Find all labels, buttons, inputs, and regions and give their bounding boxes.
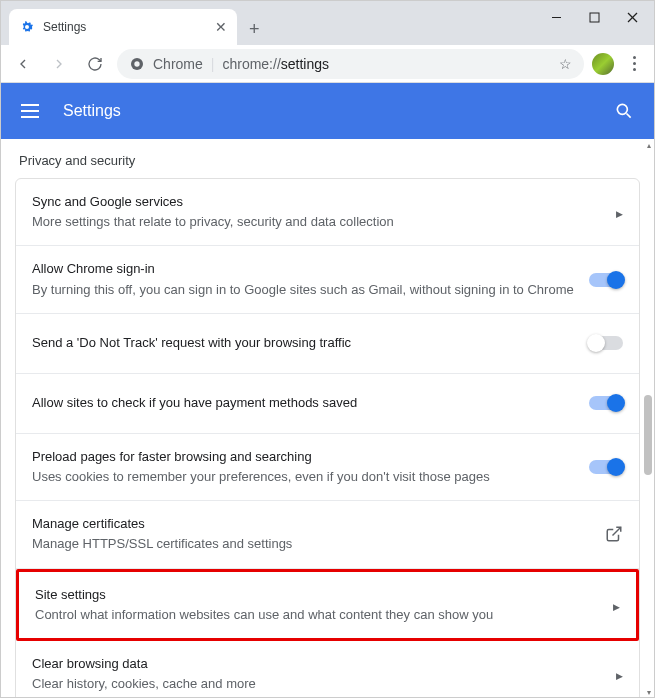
profile-avatar[interactable] (592, 53, 614, 75)
close-tab-icon[interactable]: ✕ (215, 19, 227, 35)
row-subtitle: Manage HTTPS/SSL certificates and settin… (32, 535, 593, 553)
scroll-up-arrow[interactable]: ▴ (647, 141, 651, 150)
setting-row[interactable]: Allow Chrome sign-inBy turning this off,… (16, 246, 639, 313)
omnibox-protocol-label: Chrome (153, 56, 203, 72)
minimize-button[interactable] (538, 3, 574, 31)
browser-tab[interactable]: Settings ✕ (9, 9, 237, 45)
scroll-down-arrow[interactable]: ▾ (647, 688, 651, 697)
scrollbar-thumb[interactable] (644, 395, 652, 475)
row-title: Manage certificates (32, 515, 593, 533)
bookmark-star-icon[interactable]: ☆ (559, 56, 572, 72)
chevron-right-icon: ▶ (616, 209, 623, 219)
setting-row[interactable]: Send a 'Do Not Track' request with your … (16, 314, 639, 374)
settings-appbar: Settings (1, 83, 654, 139)
row-subtitle: More settings that relate to privacy, se… (32, 213, 604, 231)
tab-title: Settings (43, 20, 207, 34)
row-subtitle: Uses cookies to remember your preference… (32, 468, 577, 486)
browser-titlebar: Settings ✕ + (1, 1, 654, 45)
row-title: Site settings (35, 586, 601, 604)
page-title: Settings (63, 102, 614, 120)
chrome-icon (129, 56, 145, 72)
close-window-button[interactable] (614, 3, 650, 31)
reload-button[interactable] (81, 50, 109, 78)
setting-row[interactable]: Clear browsing dataClear history, cookie… (16, 641, 639, 698)
settings-list: Sync and Google servicesMore settings th… (15, 178, 640, 698)
new-tab-button[interactable]: + (249, 19, 260, 40)
row-title: Send a 'Do Not Track' request with your … (32, 334, 577, 352)
toggle-switch[interactable] (589, 336, 623, 350)
gear-icon (19, 19, 35, 35)
browser-menu-button[interactable] (622, 56, 646, 71)
svg-point-6 (617, 104, 627, 114)
address-bar: Chrome | chrome://settings ☆ (1, 45, 654, 83)
row-subtitle: By turning this off, you can sign in to … (32, 281, 577, 299)
row-title: Preload pages for faster browsing and se… (32, 448, 577, 466)
row-title: Clear browsing data (32, 655, 604, 673)
setting-row[interactable]: Site settingsControl what information we… (16, 569, 639, 641)
omnibox[interactable]: Chrome | chrome://settings ☆ (117, 49, 584, 79)
row-subtitle: Clear history, cookies, cache and more (32, 675, 604, 693)
omnibox-url: chrome://settings (222, 56, 329, 72)
svg-rect-1 (590, 13, 599, 22)
svg-line-7 (627, 114, 631, 118)
setting-row[interactable]: Preload pages for faster browsing and se… (16, 434, 639, 501)
forward-button[interactable] (45, 50, 73, 78)
chevron-right-icon: ▶ (616, 671, 623, 681)
toggle-switch[interactable] (589, 273, 623, 287)
setting-row[interactable]: Manage certificatesManage HTTPS/SSL cert… (16, 501, 639, 568)
row-subtitle: Control what information websites can us… (35, 606, 601, 624)
toggle-switch[interactable] (589, 460, 623, 474)
row-title: Sync and Google services (32, 193, 604, 211)
maximize-button[interactable] (576, 3, 612, 31)
svg-point-5 (134, 61, 139, 66)
chevron-right-icon: ▶ (613, 602, 620, 612)
settings-content: Privacy and security Sync and Google ser… (1, 139, 654, 698)
row-title: Allow Chrome sign-in (32, 260, 577, 278)
setting-row[interactable]: Sync and Google servicesMore settings th… (16, 179, 639, 246)
back-button[interactable] (9, 50, 37, 78)
section-title: Privacy and security (1, 139, 654, 178)
toggle-switch[interactable] (589, 396, 623, 410)
setting-row[interactable]: Allow sites to check if you have payment… (16, 374, 639, 434)
search-icon[interactable] (614, 101, 634, 121)
row-title: Allow sites to check if you have payment… (32, 394, 577, 412)
menu-icon[interactable] (21, 104, 39, 118)
external-link-icon (605, 525, 623, 543)
